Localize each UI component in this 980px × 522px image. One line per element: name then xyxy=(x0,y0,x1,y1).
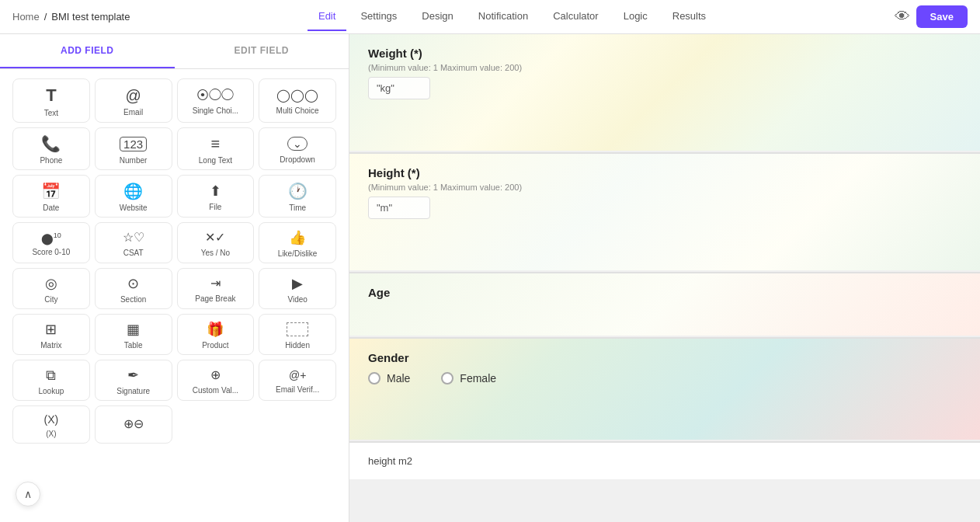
form-preview: Weight (*) (Minimum value: 1 Maximum val… xyxy=(349,34,980,522)
section-content-weight: Weight (*) (Minimum value: 1 Maximum val… xyxy=(349,34,980,112)
section-icon: ⊙ xyxy=(127,277,139,291)
variable-icon: (X) xyxy=(44,414,59,425)
field-email[interactable]: @ Email xyxy=(95,78,172,123)
field-city[interactable]: ◎ City xyxy=(12,268,90,309)
dropdown-icon: ⌄ xyxy=(287,137,308,151)
height-desc: (Minimum value: 1 Maximum value: 200) xyxy=(368,183,961,192)
section-content-gender: Gender Male Female xyxy=(349,339,980,397)
nav-tabs: Edit Settings Design Notification Calcul… xyxy=(308,2,717,31)
breadcrumb: Home / BMI test template xyxy=(12,11,130,23)
field-date[interactable]: 📅 Date xyxy=(12,175,90,218)
page-break-icon: ⇥ xyxy=(210,277,221,290)
field-extra[interactable]: ⊕⊖ xyxy=(95,405,172,444)
form-section-weight: Weight (*) (Minimum value: 1 Maximum val… xyxy=(349,34,980,151)
field-yes-no[interactable]: ✕✓ Yes / No xyxy=(177,222,255,263)
save-button[interactable]: Save xyxy=(916,5,968,28)
top-navigation: Home / BMI test template Edit Settings D… xyxy=(0,0,980,34)
radio-male[interactable] xyxy=(368,372,381,385)
field-video[interactable]: ▶ Video xyxy=(259,268,336,309)
file-icon: ⬆ xyxy=(210,184,221,198)
text-icon: T xyxy=(46,87,56,104)
field-matrix[interactable]: ⊞ Matrix xyxy=(12,314,90,355)
like-dislike-icon: 👍 xyxy=(289,231,306,245)
main-layout: ADD FIELD EDIT FIELD T Text @ Email ⦿◯◯ … xyxy=(0,34,980,522)
field-custom-value[interactable]: ⊕ Custom Val... xyxy=(177,360,255,401)
field-like-dislike[interactable]: 👍 Like/Dislike xyxy=(259,222,336,263)
field-long-text[interactable]: ≡ Long Text xyxy=(177,127,255,170)
field-dropdown[interactable]: ⌄ Dropdown xyxy=(259,127,336,170)
time-icon: 🕐 xyxy=(288,183,308,199)
tab-calculator[interactable]: Calculator xyxy=(542,2,610,31)
hidden-icon xyxy=(287,322,308,336)
field-number[interactable]: 123 Number xyxy=(95,127,172,170)
section-content-age: Age xyxy=(349,273,980,315)
field-table[interactable]: ▦ Table xyxy=(95,314,172,355)
form-section-height: Height (*) (Minimum value: 1 Maximum val… xyxy=(349,154,980,270)
weight-input[interactable]: "kg" xyxy=(368,77,430,99)
field-email-verify[interactable]: @+ Email Verif... xyxy=(259,360,336,401)
radio-female[interactable] xyxy=(441,372,454,385)
long-text-icon: ≡ xyxy=(211,136,221,151)
tab-settings[interactable]: Settings xyxy=(349,2,408,31)
field-grid: T Text @ Email ⦿◯◯ Single Choi... ◯◯◯ Mu… xyxy=(0,69,349,453)
video-icon: ▶ xyxy=(292,277,303,291)
field-csat[interactable]: ☆♡ CSAT xyxy=(95,222,172,263)
gender-title: Gender xyxy=(368,351,961,364)
field-single-choice[interactable]: ⦿◯◯ Single Choi... xyxy=(177,78,255,123)
weight-title: Weight (*) xyxy=(368,47,961,60)
single-choice-icon: ⦿◯◯ xyxy=(196,89,234,102)
nav-actions: 👁 Save xyxy=(895,5,968,28)
table-icon: ▦ xyxy=(127,322,140,336)
field-section[interactable]: ⊙ Section xyxy=(95,268,172,309)
field-score[interactable]: ⬤10 Score 0-10 xyxy=(12,222,90,263)
date-icon: 📅 xyxy=(41,183,61,199)
breadcrumb-home[interactable]: Home xyxy=(12,11,40,23)
field-file[interactable]: ⬆ File xyxy=(177,175,255,218)
field-product[interactable]: 🎁 Product xyxy=(177,314,255,355)
form-section-gender: Gender Male Female xyxy=(349,339,980,440)
tab-results[interactable]: Results xyxy=(662,2,717,31)
product-icon: 🎁 xyxy=(207,322,224,336)
tab-add-field[interactable]: ADD FIELD xyxy=(0,34,175,68)
field-lookup[interactable]: ⧉ Lookup xyxy=(12,360,90,401)
height-m2-row: height m2 xyxy=(349,443,980,479)
gender-options: Male Female xyxy=(368,372,961,385)
age-title: Age xyxy=(368,286,961,299)
tab-design[interactable]: Design xyxy=(411,2,464,31)
tab-edit[interactable]: Edit xyxy=(308,2,346,31)
section-content-height: Height (*) (Minimum value: 1 Maximum val… xyxy=(349,154,980,231)
preview-button[interactable]: 👁 xyxy=(895,8,910,26)
signature-icon: ✒ xyxy=(127,368,139,382)
field-multi-choice[interactable]: ◯◯◯ Multi Choice xyxy=(259,78,336,123)
gender-male-label: Male xyxy=(387,372,410,385)
field-signature[interactable]: ✒ Signature xyxy=(95,360,172,401)
field-variable[interactable]: (X) (X) xyxy=(12,405,90,444)
csat-icon: ☆♡ xyxy=(123,231,144,244)
panel-tabs: ADD FIELD EDIT FIELD xyxy=(0,34,349,69)
matrix-icon: ⊞ xyxy=(45,322,57,336)
tab-edit-field[interactable]: EDIT FIELD xyxy=(175,34,349,68)
tab-notification[interactable]: Notification xyxy=(467,2,539,31)
tab-logic[interactable]: Logic xyxy=(613,2,659,31)
email-verify-icon: @+ xyxy=(289,370,306,381)
number-icon: 123 xyxy=(120,137,147,151)
scroll-up-button[interactable]: ∧ xyxy=(16,482,40,506)
gender-female-label: Female xyxy=(460,372,496,385)
email-icon: @ xyxy=(125,88,141,103)
score-icon: ⬤10 xyxy=(41,232,61,244)
field-phone[interactable]: 📞 Phone xyxy=(12,127,90,170)
height-input[interactable]: "m" xyxy=(368,197,430,219)
phone-icon: 📞 xyxy=(41,136,61,151)
height-m2-label: height m2 xyxy=(368,455,412,467)
gender-male[interactable]: Male xyxy=(368,372,410,385)
field-website[interactable]: 🌐 Website xyxy=(95,175,172,218)
height-title: Height (*) xyxy=(368,166,961,179)
website-icon: 🌐 xyxy=(123,183,143,199)
field-text[interactable]: T Text xyxy=(12,78,90,123)
multi-choice-icon: ◯◯◯ xyxy=(276,89,318,102)
field-time[interactable]: 🕐 Time xyxy=(259,175,336,218)
gender-female[interactable]: Female xyxy=(441,372,496,385)
field-page-break[interactable]: ⇥ Page Break xyxy=(177,268,255,309)
field-hidden[interactable]: Hidden xyxy=(259,314,336,355)
custom-value-icon: ⊕ xyxy=(210,369,221,381)
